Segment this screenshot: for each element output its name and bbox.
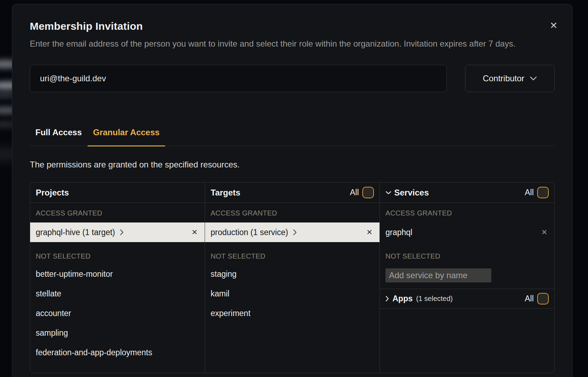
chevron-right-icon: [120, 229, 124, 235]
resources-table: Projects ACCESS GRANTED graphql-hive (1 …: [30, 182, 555, 373]
targets-select-all: All: [350, 187, 374, 198]
services-column: Services All ACCESS GRANTED graphql ✕ NO…: [380, 183, 554, 373]
targets-all-checkbox[interactable]: [362, 187, 374, 198]
permissions-note: The permissions are granted on the speci…: [30, 159, 555, 170]
invite-form-row: Contributor: [30, 65, 555, 92]
projects-access-granted-label: ACCESS GRANTED: [30, 203, 205, 222]
chevron-down-icon: [530, 76, 537, 81]
apps-select-all: All: [525, 293, 549, 304]
granted-service-row[interactable]: graphql ✕: [380, 222, 554, 242]
project-list-item[interactable]: sampling: [30, 323, 205, 343]
access-tabs: Full Access Granular Access: [30, 127, 555, 146]
targets-column: Targets All ACCESS GRANTED production (1…: [205, 183, 380, 373]
remove-service-icon[interactable]: ✕: [541, 229, 547, 236]
remove-target-icon[interactable]: ✕: [366, 229, 372, 236]
apps-label: Apps: [392, 294, 413, 303]
services-all-label: All: [525, 188, 534, 197]
project-list-item[interactable]: stellate: [30, 284, 205, 303]
targets-not-selected-label: NOT SELECTED: [205, 242, 380, 264]
targets-access-granted-label: ACCESS GRANTED: [205, 203, 380, 222]
target-list-item[interactable]: experiment: [205, 303, 380, 323]
add-service-input[interactable]: [385, 268, 491, 282]
services-select-all: All: [525, 187, 549, 198]
dialog-title: Membership Invitation: [30, 20, 555, 32]
target-list-item[interactable]: kamil: [205, 284, 380, 303]
chevron-right-icon: [385, 296, 389, 302]
project-list-item[interactable]: better-uptime-monitor: [30, 264, 205, 284]
targets-all-label: All: [350, 188, 359, 197]
project-list-item[interactable]: accounter: [30, 303, 205, 323]
apps-all-label: All: [525, 294, 534, 303]
apps-all-checkbox[interactable]: [537, 293, 549, 304]
projects-not-selected-label: NOT SELECTED: [30, 242, 205, 264]
tab-granular-access[interactable]: Granular Access: [88, 127, 165, 146]
remove-project-icon[interactable]: ✕: [191, 229, 198, 236]
selected-target-name: production (1 service): [211, 228, 288, 237]
role-dropdown-value: Contributor: [483, 74, 525, 83]
apps-selected-count: (1 selected): [416, 295, 453, 303]
targets-column-header: Targets All: [205, 183, 380, 203]
projects-column-header: Projects: [30, 183, 205, 203]
apps-section-row[interactable]: Apps (1 selected) All: [380, 289, 554, 309]
chevron-down-icon: [385, 191, 391, 194]
services-column-header[interactable]: Services All: [380, 183, 554, 203]
services-header-label: Services: [394, 188, 429, 198]
services-all-checkbox[interactable]: [537, 187, 549, 198]
granted-service-name: graphql: [385, 228, 412, 237]
close-icon[interactable]: ✕: [548, 20, 560, 32]
membership-invitation-dialog: ✕ Membership Invitation Enter the email …: [12, 4, 573, 377]
dialog-description: Enter the email address of the person yo…: [30, 37, 555, 50]
projects-column: Projects ACCESS GRANTED graphql-hive (1 …: [30, 183, 205, 373]
email-input[interactable]: [30, 65, 447, 92]
services-access-granted-label: ACCESS GRANTED: [380, 203, 554, 222]
tab-full-access[interactable]: Full Access: [30, 127, 88, 146]
targets-header-label: Targets: [211, 188, 240, 198]
chevron-right-icon: [293, 229, 297, 235]
selected-target-row[interactable]: production (1 service) ✕: [205, 222, 380, 242]
selected-project-row[interactable]: graphql-hive (1 target) ✕: [30, 222, 205, 242]
projects-header-label: Projects: [36, 188, 69, 198]
role-dropdown[interactable]: Contributor: [465, 65, 555, 92]
target-list-item[interactable]: staging: [205, 264, 380, 284]
selected-project-name: graphql-hive (1 target): [36, 228, 115, 237]
services-not-selected-label: NOT SELECTED: [380, 242, 554, 264]
services-empty-area: [380, 309, 554, 373]
project-list-item[interactable]: federation-and-app-deployments: [30, 343, 205, 362]
